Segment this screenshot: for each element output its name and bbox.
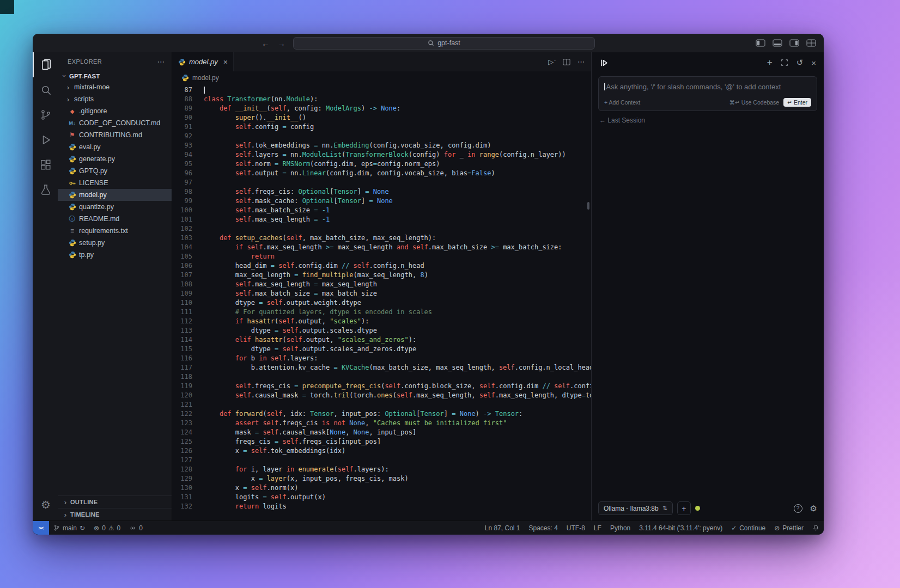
activity-run-and-debug-icon[interactable] xyxy=(33,127,58,152)
code-line-113[interactable]: 113 dtype = self.output.scales.dtype xyxy=(172,326,591,335)
encoding[interactable]: UTF-8 xyxy=(562,521,589,535)
code-line-105[interactable]: 105 return xyxy=(172,252,591,261)
code-line-109[interactable]: 109 self.max_batch_size = max_batch_size xyxy=(172,289,591,298)
toggle-panel-icon[interactable] xyxy=(773,39,782,47)
code-line-119[interactable]: 119 self.freqs_cis = precompute_freqs_ci… xyxy=(172,382,591,391)
add-context-button[interactable]: + Add Context xyxy=(604,99,640,106)
code-line-100[interactable]: 100 self.max_batch_size = -1 xyxy=(172,206,591,215)
file-item-quantize-py[interactable]: quantize.py xyxy=(58,201,172,213)
nav-back-icon[interactable]: ← xyxy=(262,39,270,48)
activity-explorer-icon[interactable] xyxy=(33,52,58,77)
enter-button[interactable]: ↵ Enter xyxy=(783,98,811,107)
language-mode[interactable]: Python xyxy=(606,521,635,535)
file-item-license[interactable]: LICENSE xyxy=(58,177,172,189)
toggle-primary-sidebar-icon[interactable] xyxy=(756,39,765,47)
breadcrumb[interactable]: model.py xyxy=(172,71,591,84)
file-item--gitignore[interactable]: ◆.gitignore xyxy=(58,105,172,117)
activity-testing-icon[interactable] xyxy=(33,177,58,203)
code-line-116[interactable]: 116 for b in self.layers: xyxy=(172,354,591,363)
indentation[interactable]: Spaces: 4 xyxy=(524,521,562,535)
continue-status[interactable]: ✓ Continue xyxy=(727,521,770,535)
code-line-128[interactable]: 128 for i, layer in enumerate(self.layer… xyxy=(172,465,591,474)
code-line-111[interactable]: 111 # For quantized layers, dtype is enc… xyxy=(172,308,591,317)
file-item-setup-py[interactable]: setup.py xyxy=(58,237,172,249)
code-line-124[interactable]: 124 mask = self.causal_mask[None, None, … xyxy=(172,428,591,437)
add-model-button[interactable]: + xyxy=(677,501,691,515)
code-line-129[interactable]: 129 x = layer(x, input_pos, freqs_cis, m… xyxy=(172,474,591,483)
problems-indicator[interactable]: ⊗ 0 ⚠ 0 xyxy=(89,521,125,535)
file-item-mixtral-moe[interactable]: ›mixtral-moe xyxy=(58,81,172,93)
code-line-120[interactable]: 120 self.causal_mask = torch.tril(torch.… xyxy=(172,391,591,400)
code-line-131[interactable]: 131 logits = self.output(x) xyxy=(172,493,591,502)
code-line-93[interactable]: 93 self.tok_embeddings = nn.Embedding(co… xyxy=(172,141,591,150)
code-line-118[interactable]: 118 xyxy=(172,372,591,382)
command-center-search[interactable]: gpt-fast xyxy=(293,37,595,50)
activity-extensions-icon[interactable] xyxy=(33,152,58,177)
code-line-103[interactable]: 103 def setup_caches(self, max_batch_siz… xyxy=(172,234,591,243)
file-item-generate-py[interactable]: generate.py xyxy=(58,153,172,165)
file-item-contributing-md[interactable]: ⚑CONTRIBUTING.md xyxy=(58,129,172,141)
ports-indicator[interactable]: 0 xyxy=(125,521,147,535)
code-line-102[interactable]: 102 xyxy=(172,224,591,234)
editor-more-actions-icon[interactable]: ⋯ xyxy=(577,58,585,66)
code-line-106[interactable]: 106 head_dim = self.config.dim // self.c… xyxy=(172,261,591,271)
code-line-125[interactable]: 125 freqs_cis = self.freqs_cis[input_pos… xyxy=(172,437,591,446)
code-line-89[interactable]: 89 def __init__(self, config: ModelArgs)… xyxy=(172,104,591,113)
code-line-110[interactable]: 110 dtype = self.output.weight.dtype xyxy=(172,298,591,308)
new-session-icon[interactable]: + xyxy=(767,57,773,68)
file-item-eval-py[interactable]: eval.py xyxy=(58,141,172,153)
code-line-108[interactable]: 108 self.max_seq_length = max_seq_length xyxy=(172,280,591,289)
explorer-more-actions-icon[interactable]: ⋯ xyxy=(157,57,165,66)
code-line-90[interactable]: 90 super().__init__() xyxy=(172,113,591,122)
file-item-readme-md[interactable]: ⓘREADME.md xyxy=(58,213,172,225)
outline-section[interactable]: › OUTLINE xyxy=(58,495,172,508)
cursor-position[interactable]: Ln 87, Col 1 xyxy=(481,521,525,535)
code-line-115[interactable]: 115 dtype = self.output.scales_and_zeros… xyxy=(172,345,591,354)
code-line-94[interactable]: 94 self.layers = nn.ModuleList(Transform… xyxy=(172,150,591,160)
git-branch[interactable]: main ↻ xyxy=(49,521,89,535)
code-line-121[interactable]: 121 xyxy=(172,400,591,409)
code-line-98[interactable]: 98 self.freqs_cis: Optional[Tensor] = No… xyxy=(172,187,591,197)
root-folder[interactable]: › GPT-FAST xyxy=(58,71,172,81)
code-line-117[interactable]: 117 b.attention.kv_cache = KVCache(max_b… xyxy=(172,363,591,372)
code-line-99[interactable]: 99 self.mask_cache: Optional[Tensor] = N… xyxy=(172,197,591,206)
code-line-112[interactable]: 112 if hasattr(self.output, "scales"): xyxy=(172,317,591,326)
code-line-104[interactable]: 104 if self.max_seq_length >= max_seq_le… xyxy=(172,243,591,252)
code-line-87[interactable]: 87 xyxy=(172,85,591,95)
code-line-91[interactable]: 91 self.config = config xyxy=(172,122,591,132)
help-icon[interactable]: ? xyxy=(794,504,802,513)
code-line-97[interactable]: 97 xyxy=(172,178,591,187)
file-item-scripts[interactable]: ›scripts xyxy=(58,93,172,105)
file-item-requirements-txt[interactable]: ≡requirements.txt xyxy=(58,225,172,237)
code-line-96[interactable]: 96 self.output = nn.Linear(config.dim, c… xyxy=(172,169,591,178)
tab-model-py[interactable]: model.py × xyxy=(172,52,234,71)
run-dropdown-icon[interactable]: ˇ xyxy=(554,59,556,64)
activity-source-control-icon[interactable] xyxy=(33,102,58,127)
history-icon[interactable]: ↺ xyxy=(796,58,804,68)
sync-icon[interactable]: ↻ xyxy=(80,524,85,532)
toggle-secondary-sidebar-icon[interactable] xyxy=(789,39,799,47)
file-item-gptq-py[interactable]: GPTQ.py xyxy=(58,165,172,177)
code-line-107[interactable]: 107 max_seq_length = find_multiple(max_s… xyxy=(172,271,591,280)
remote-indicator[interactable]: >< xyxy=(33,521,49,535)
timeline-section[interactable]: › TIMELINE xyxy=(58,508,172,520)
nav-forward-icon[interactable]: → xyxy=(277,39,285,48)
code-line-123[interactable]: 123 assert self.freqs_cis is not None, "… xyxy=(172,419,591,428)
code-line-95[interactable]: 95 self.norm = RMSNorm(config.dim, eps=c… xyxy=(172,160,591,169)
prettier-status[interactable]: ⊘ Prettier xyxy=(770,521,808,535)
scrollbar-thumb[interactable] xyxy=(587,202,589,210)
run-python-file-button[interactable]: ▷ˇ xyxy=(548,58,556,66)
fullscreen-icon[interactable] xyxy=(781,59,788,66)
code-line-126[interactable]: 126 x = self.tok_embeddings(idx) xyxy=(172,446,591,456)
activity-manage-icon[interactable]: ⚙ xyxy=(33,492,58,517)
file-item-code-of-conduct-md[interactable]: M↓CODE_OF_CONDUCT.md xyxy=(58,117,172,129)
code-line-92[interactable]: 92 xyxy=(172,132,591,141)
customize-layout-icon[interactable] xyxy=(806,39,816,47)
model-select[interactable]: Ollama - llama3:8b ⇅ xyxy=(598,501,673,515)
code-line-122[interactable]: 122 def forward(self, idx: Tensor, input… xyxy=(172,409,591,419)
code-line-130[interactable]: 130 x = self.norm(x) xyxy=(172,483,591,493)
code-line-88[interactable]: 88class Transformer(nn.Module): xyxy=(172,95,591,104)
file-item-model-py[interactable]: model.py xyxy=(58,189,172,201)
split-editor-icon[interactable] xyxy=(563,58,570,66)
activity-search-icon[interactable] xyxy=(33,77,58,102)
